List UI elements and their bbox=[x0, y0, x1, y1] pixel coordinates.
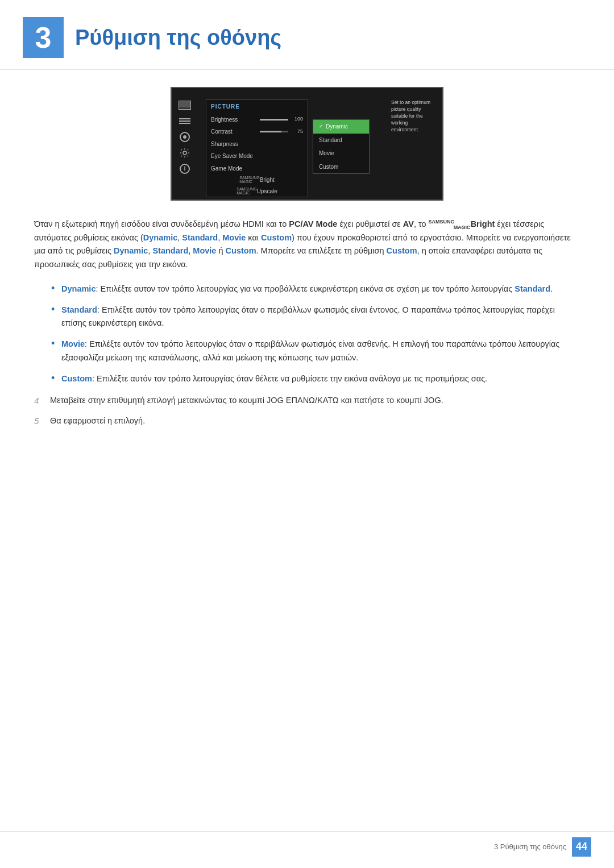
content-area: i PICTURE Brightness 100 Contrast bbox=[0, 87, 614, 428]
brightness-value: 100 bbox=[292, 115, 303, 123]
dropdown-custom[interactable]: Custom bbox=[313, 160, 369, 174]
game-mode-label: Game Mode bbox=[211, 164, 256, 173]
picture-icon bbox=[177, 99, 192, 111]
bullet-dynamic: Dynamic: Επιλέξτε αυτον τον τρόπο λειτου… bbox=[51, 283, 580, 296]
osd-game-mode-item: Game Mode bbox=[206, 163, 308, 175]
step-5: 5 Θα εφαρμοστεί η επιλογή. bbox=[34, 414, 580, 428]
dropdown-movie[interactable]: Movie bbox=[313, 147, 369, 160]
bullet-movie: Movie: Επιλέξτε αυτόν τον τρόπο λειτουργ… bbox=[51, 338, 580, 364]
osd-magic-bright-item: SAMSUNGMAGIC Bright bbox=[206, 175, 308, 186]
footer-page-number: 44 bbox=[572, 837, 591, 857]
step-4-text: Μεταβείτε στην επιθυμητή επιλογή μετακιν… bbox=[50, 394, 443, 408]
osd-section-title: PICTURE bbox=[206, 100, 308, 114]
step-5-text: Θα εφαρμοστεί η επιλογή. bbox=[50, 414, 145, 428]
brightness-label: Brightness bbox=[211, 115, 256, 124]
info-icon: i bbox=[177, 163, 192, 175]
bullet-standard: Standard: Επιλέξτε αυτόν τον τρόπο λειτο… bbox=[51, 304, 580, 330]
contrast-bar bbox=[260, 131, 288, 132]
contrast-value: 75 bbox=[292, 128, 303, 136]
eye-saver-label: Eye Saver Mode bbox=[211, 152, 256, 161]
bullet-list: Dynamic: Επιλέξτε αυτον τον τρόπο λειτου… bbox=[51, 283, 580, 385]
sidebar-icons: i bbox=[177, 99, 192, 175]
osd-menu: PICTURE Brightness 100 Contrast 75 bbox=[206, 99, 308, 197]
brightness-bar bbox=[260, 119, 288, 121]
monitor-container: i PICTURE Brightness 100 Contrast bbox=[34, 87, 580, 201]
page-title: Ρύθμιση της οθόνης bbox=[75, 21, 281, 55]
lines-icon bbox=[177, 115, 192, 127]
osd-contrast-item: Contrast 75 bbox=[206, 126, 308, 138]
circle-icon bbox=[177, 131, 192, 143]
osd-brightness-item: Brightness 100 bbox=[206, 114, 308, 126]
page-header: 3 Ρύθμιση της οθόνης bbox=[0, 0, 614, 70]
osd-sharpness-item: Sharpness bbox=[206, 138, 308, 151]
svg-point-0 bbox=[183, 151, 186, 155]
step-4: 4 Μεταβείτε στην επιθυμητή επιλογή μετακ… bbox=[34, 394, 580, 408]
osd-magic-upscale-item: SAMSUNGMAGIC Upscale bbox=[206, 186, 308, 197]
bullet-custom: Custom: Επιλέξτε αυτόν τον τρόπο λειτουρ… bbox=[51, 372, 580, 385]
chapter-number: 3 bbox=[23, 17, 64, 58]
osd-tooltip: Set to an optimum picture quality suitab… bbox=[391, 99, 437, 133]
footer-text: 3 Ρύθμιση της οθόνης bbox=[494, 841, 566, 853]
dropdown-dynamic[interactable]: ✓ Dynamic bbox=[313, 120, 369, 134]
contrast-label: Contrast bbox=[211, 127, 256, 136]
monitor-mockup: i PICTURE Brightness 100 Contrast bbox=[171, 87, 443, 201]
osd-dropdown: ✓ Dynamic Standard Movie Custom bbox=[313, 119, 370, 174]
body-paragraph1: Όταν η εξωτερική πηγή εισόδου είναι συνδ… bbox=[34, 218, 580, 271]
osd-eye-saver-item: Eye Saver Mode bbox=[206, 150, 308, 163]
sharpness-label: Sharpness bbox=[211, 140, 256, 149]
gear-icon bbox=[177, 147, 192, 159]
dropdown-standard[interactable]: Standard bbox=[313, 134, 369, 147]
page-footer: 3 Ρύθμιση της οθόνης 44 bbox=[0, 831, 614, 857]
